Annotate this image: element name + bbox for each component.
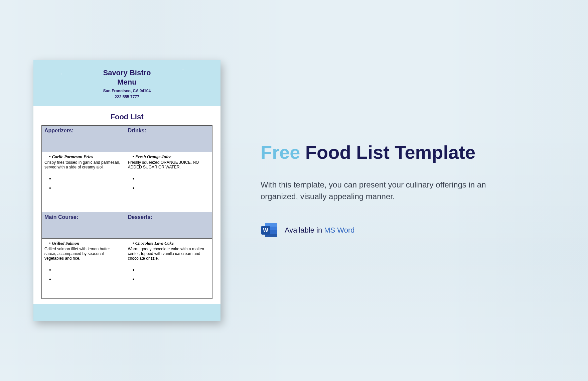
section-appetizers-header: Appetizers: [42,126,125,152]
section-drinks-header: Drinks: [125,126,212,152]
drink-item-desc: Freshly squeezed ORANGE JUICE. NO ADDED … [128,160,209,169]
menu-header: Savory Bistro Menu San Francisco, CA 941… [33,60,220,106]
availability-row: W Available in MS Word [261,221,494,239]
food-list-heading: Food List [33,106,220,125]
availability-prefix: Available in [285,226,324,234]
promo-headline: Free Food List Template [261,142,494,163]
main-item-name: Grilled Salmon [52,241,79,246]
dessert-item-name: Chocolate Lava Cake [135,241,174,246]
headline-free: Free [261,142,300,163]
appetizers-cell: • Garlic Parmesan Fries Crispy fries tos… [42,152,125,212]
title-line1: Savory Bistro [103,69,151,77]
food-list-table: Appetizers: Drinks: • Garlic Parmesan Fr… [41,125,212,299]
dessert-item-desc: Warm, gooey chocolate cake with a molten… [128,247,209,261]
title-line2: Menu [117,78,136,86]
desserts-cell: • Chocolate Lava Cake Warm, gooey chocol… [125,239,212,299]
ms-word-icon: W [261,221,279,239]
availability-app: MS Word [324,226,354,234]
drink-item-name: Fresh Orange Juice [135,154,171,159]
restaurant-name: Savory Bistro Menu [37,68,217,87]
section-main-header: Main Course: [42,212,125,239]
drinks-cell: • Fresh Orange Juice Freshly squeezed OR… [125,152,212,212]
section-desserts-header: Desserts: [125,212,212,239]
promo-panel: Free Food List Template With this templa… [261,142,494,239]
appetizer-item-name: Garlic Parmesan Fries [52,154,93,159]
headline-rest: Food List Template [300,142,475,163]
main-item-desc: Grilled salmon fillet with lemon butter … [44,247,122,261]
svg-text:W: W [263,228,268,233]
appetizer-item-desc: Crispy fries tossed in garlic and parmes… [44,160,122,169]
main-cell: • Grilled Salmon Grilled salmon fillet w… [42,239,125,299]
restaurant-location: San Francisco, CA 94104 [37,89,217,93]
availability-text: Available in MS Word [285,226,355,235]
template-preview: Savory Bistro Menu San Francisco, CA 941… [33,60,220,321]
promo-description: With this template, you can present your… [261,179,494,203]
menu-footer-band [33,304,220,321]
restaurant-phone: 222 555 7777 [37,95,217,99]
